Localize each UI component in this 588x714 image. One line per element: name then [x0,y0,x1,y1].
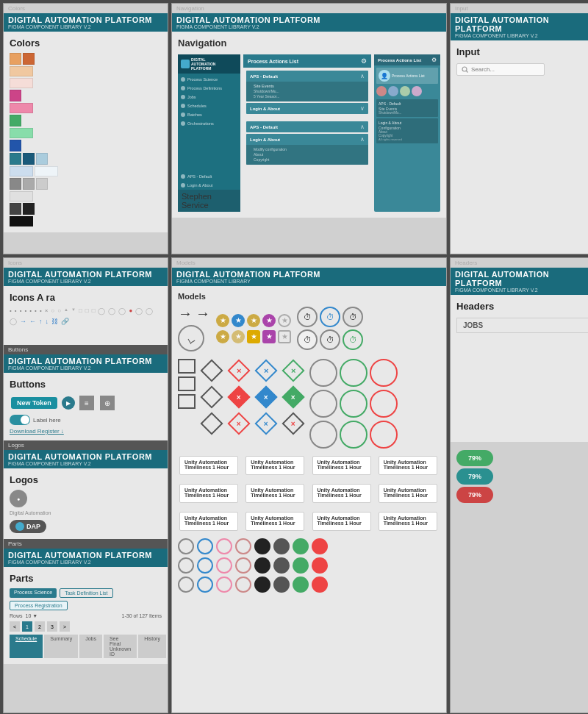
tab-summary[interactable]: Summary [44,635,78,658]
play-button[interactable]: ▶ [62,396,75,410]
nav-aps-arrow: ∧ [360,73,365,79]
star-square-gold: ★ [247,330,260,343]
nav-item-label-6: Orchestrations [187,121,214,126]
clock-circle-5: ⏱ [320,329,340,350]
c-black-1 [254,538,270,554]
nav-bottom-text: Stephen Service [182,192,237,210]
nav-sub-5year[interactable]: 5 Year Seasor... [254,94,361,99]
nav-item-label-3: Jobs [187,95,196,99]
c-green-fill-3 [293,576,309,593]
nav-section-login[interactable]: Login & About ∨ [246,103,368,114]
d-wrap-6: × [227,385,251,409]
nav-left-logo: DIGITALAUTOMATIONPLATFORM [178,54,240,74]
nav-avatar-3 [400,86,410,96]
headers-panel: Headers DIGITAL AUTOMATION PLATFORM FIGM… [450,257,588,713]
page-3-button[interactable]: 3 [47,621,57,632]
star-gold-1: ★ [216,314,229,327]
nav-spacer [246,115,368,121]
tab-final[interactable]: See Final Unknown ID [104,635,137,658]
menu-button[interactable]: ≡ [79,396,94,410]
tab-history[interactable]: History [138,635,166,658]
page-2-button[interactable]: 2 [35,621,45,632]
nav-panel-header: DIGITAL AUTOMATION PLATFORM FIGMA COMPON… [172,13,446,32]
models-clock-group: ⏱ ⏱ ⏱ ⏱ ⏱ ⏱ [297,307,363,350]
swatch-light-pink [10,103,33,113]
star-outline-1: ★ [278,314,291,327]
rect-shape-2 [178,376,196,391]
nav-section-aps2[interactable]: APS - Default ∧ [246,121,368,132]
page-prev-button[interactable]: < [10,621,20,632]
icon-red-circle: ● [129,307,132,315]
parts-row-sep: ▼ [32,613,37,618]
models-section-label: Models [172,258,446,268]
nav-section-login2[interactable]: Login & About ∧ Modify configuration Abo… [246,134,368,165]
parts-pagination-row: < 1 2 3 > [10,621,162,632]
nav-user-name: Process Actions List [392,74,425,78]
icon-x-1: × [45,307,49,315]
nav-content-header: Process Actions List ⚙ [243,54,371,68]
nav-item-login[interactable]: Login & About [178,181,240,190]
search-input[interactable] [471,66,530,73]
download-link[interactable]: Download Register ↓ [10,428,162,435]
colors-library-version: FIGMA COMPONENT LIBRARY V.2 [8,24,163,29]
swatch-dark-teal [23,153,35,165]
swatch-teal [10,153,21,165]
nav-detail-section-2: Login & About Configuration About Copyri… [376,118,438,143]
nav-item-5[interactable]: Batches [178,110,240,119]
c-red-outline-1 [235,538,251,554]
toggle-switch[interactable] [10,415,30,425]
nav-dot-aps [181,174,185,179]
nav-item-6[interactable]: Orchestrations [178,119,240,128]
nav-dot-2 [181,86,185,90]
parts-library-version: FIGMA COMPONENT LIBRARY V.2 [8,560,163,565]
nav-sub-shutdown[interactable]: Shutdown/Mu... [254,89,361,93]
new-token-button[interactable]: New Token [11,397,57,409]
nav-sub-modify[interactable]: Modify configuration [254,147,361,151]
d-wrap-8: × [282,385,305,409]
nav-sub-about[interactable]: About [254,152,361,157]
icons-section-label: Icons [4,258,168,268]
navigation-panel: Navigation DIGITAL AUTOMATION PLATFORM F… [171,3,447,254]
add-button[interactable]: ⊕ [100,396,115,410]
tab-jobs[interactable]: Jobs [79,635,102,658]
tab-schedule[interactable]: Schedule [10,635,43,658]
nav-item-1[interactable]: Process Science [178,75,240,84]
c-dark-fill-3 [273,576,290,593]
big-circle-red [370,359,398,387]
c-blue-1 [197,538,213,554]
nav-logo-text: DIGITALAUTOMATIONPLATFORM [191,57,215,71]
swatch-lighter-gray [36,178,48,190]
input-section-label: Input [451,4,588,13]
search-input-wrapper[interactable] [456,63,545,76]
diamond-plain-1 [200,359,223,382]
swatch-very-light-teal [35,166,58,176]
circles-row-3 [309,421,398,449]
colors-panel-header: DIGITAL AUTOMATION PLATFORM FIGMA COMPON… [4,13,168,32]
icon-tri-1: ▲ [64,307,68,315]
nav-section-aps[interactable]: APS - Default ∧ Site Events Shutdown/Mu.… [246,71,368,101]
logo-sub-text: Digital Automation [10,510,51,515]
c-blue-2 [197,557,213,574]
nav-bottom-bar: Stephen Service [178,190,240,212]
header-jobs-mock: JOBS [456,318,588,333]
nav-item-aps[interactable]: APS - Default [178,172,240,181]
status-title-9: Unity Automation Timeliness 1 Hour [184,515,233,526]
input-library-version: FIGMA COMPONENT LIBRARY V.2 [455,33,588,38]
diamond-blue-fill: × [254,385,277,408]
nav-item-2[interactable]: Process Definitions [178,84,240,93]
diamond-row-1: × × × [200,359,305,382]
swatch-peach [10,66,33,76]
page-1-button[interactable]: 1 [22,621,32,632]
swatch-brown [23,53,35,65]
circle-row-3 [178,576,440,593]
logos-panel-header: DIGITAL AUTOMATION PLATFORM FIGMA COMPON… [4,450,168,468]
models-left-shapes: → → [178,305,210,351]
nav-sub-copyright[interactable]: Copyright [254,157,361,162]
page-next-button[interactable]: > [60,621,70,632]
nav-item-4[interactable]: Schedules [178,101,240,110]
color-row-8 [10,140,162,151]
models-diamonds-section: × × × × × × × × × [178,359,440,449]
diamond-plain-4: × [282,412,304,435]
nav-item-3[interactable]: Jobs [178,93,240,101]
d-wrap-1 [200,359,223,382]
